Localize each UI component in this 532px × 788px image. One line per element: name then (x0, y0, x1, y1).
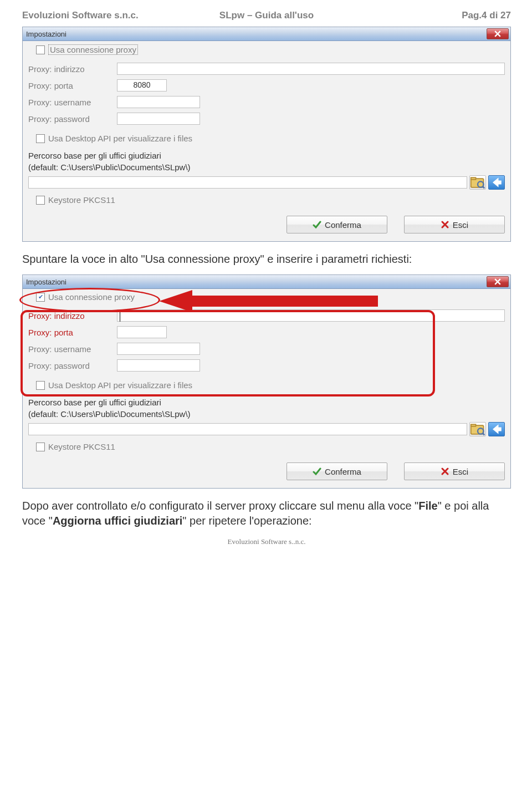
x-icon (441, 467, 449, 476)
path-base-input[interactable] (28, 176, 467, 189)
arrow-left-icon (489, 421, 504, 437)
use-proxy-checkbox[interactable] (36, 293, 45, 302)
path-base-input[interactable] (28, 423, 467, 435)
reset-path-button[interactable] (488, 175, 505, 190)
proxy-user-input[interactable] (117, 96, 200, 108)
proxy-user-label: Proxy: username (28, 344, 117, 354)
proxy-pass-input[interactable] (117, 359, 200, 372)
x-icon (441, 220, 449, 229)
footer: Evoluzioni Software s..n.c. (22, 537, 511, 546)
proxy-address-input[interactable] (117, 63, 505, 75)
titlebar[interactable]: Impostazioni (23, 27, 510, 41)
doc-header: Evoluzioni Software s.n.c. SLpw – Guida … (22, 10, 511, 21)
close-icon (494, 30, 501, 37)
settings-dialog-2: Impostazioni Usa connessione proxy Proxy… (22, 274, 511, 489)
proxy-port-input[interactable]: 8080 (117, 79, 167, 91)
close-icon (494, 278, 501, 285)
reset-path-button[interactable] (488, 422, 505, 436)
pkcs-checkbox[interactable] (36, 196, 45, 205)
svg-line-3 (483, 186, 485, 189)
proxy-address-input[interactable] (117, 309, 505, 322)
titlebar[interactable]: Impostazioni (23, 275, 510, 289)
confirm-button[interactable]: Conferma (287, 462, 387, 480)
proxy-address-label: Proxy: indirizzo (28, 311, 117, 321)
confirm-button[interactable]: Conferma (287, 216, 387, 233)
close-button[interactable] (487, 28, 509, 39)
window-title: Impostazioni (26, 30, 66, 38)
folder-search-icon (470, 175, 485, 190)
exit-button[interactable]: Esci (404, 216, 505, 233)
header-page: Pag.4 di 27 (348, 10, 511, 21)
pkcs-label: Keystore PKCS11 (48, 195, 115, 205)
window-title: Impostazioni (26, 278, 66, 286)
check-icon (313, 220, 321, 229)
settings-dialog-1: Impostazioni Usa connessione proxy Proxy… (22, 27, 511, 242)
proxy-address-label: Proxy: indirizzo (28, 64, 117, 74)
desktop-api-label: Usa Desktop API per visualizzare i files (48, 380, 192, 390)
proxy-port-label: Proxy: porta (28, 328, 117, 337)
header-company: Evoluzioni Software s.n.c. (22, 10, 185, 21)
proxy-pass-label: Proxy: password (28, 361, 117, 370)
pkcs-checkbox[interactable] (36, 443, 45, 451)
pkcs-label: Keystore PKCS11 (48, 442, 115, 451)
close-button[interactable] (487, 276, 509, 287)
svg-rect-7 (471, 424, 476, 426)
use-proxy-checkbox[interactable] (36, 45, 45, 54)
exit-button[interactable]: Esci (404, 462, 505, 480)
svg-rect-10 (498, 428, 502, 431)
proxy-port-input[interactable] (117, 326, 167, 338)
proxy-user-input[interactable] (117, 343, 200, 355)
folder-search-icon (470, 421, 485, 437)
instruction-text-2: Dopo aver controllato e/o configurato il… (22, 499, 511, 528)
desktop-api-label: Usa Desktop API per visualizzare i files (48, 134, 192, 143)
check-icon (313, 467, 321, 476)
use-proxy-label: Usa connessione proxy (48, 44, 138, 55)
svg-line-9 (483, 433, 485, 435)
browse-button[interactable] (469, 175, 486, 190)
browse-button[interactable] (469, 422, 486, 436)
proxy-pass-label: Proxy: password (28, 114, 117, 124)
svg-rect-4 (498, 181, 502, 185)
desktop-api-checkbox[interactable] (36, 134, 45, 143)
header-title: SLpw – Guida all'uso (185, 10, 348, 21)
svg-rect-1 (471, 177, 476, 180)
text-caret (120, 312, 502, 322)
arrow-left-icon (489, 175, 504, 190)
proxy-port-label: Proxy: porta (28, 81, 117, 90)
path-base-label: Percorso base per gli uffici giudiziari … (28, 396, 505, 420)
proxy-pass-input[interactable] (117, 113, 200, 125)
path-base-label: Percorso base per gli uffici giudiziari … (28, 150, 505, 173)
desktop-api-checkbox[interactable] (36, 381, 45, 390)
proxy-user-label: Proxy: username (28, 98, 117, 107)
instruction-text-1: Spuntare la voce in alto "Usa connession… (22, 252, 511, 267)
use-proxy-label: Usa connessione proxy (48, 292, 135, 302)
